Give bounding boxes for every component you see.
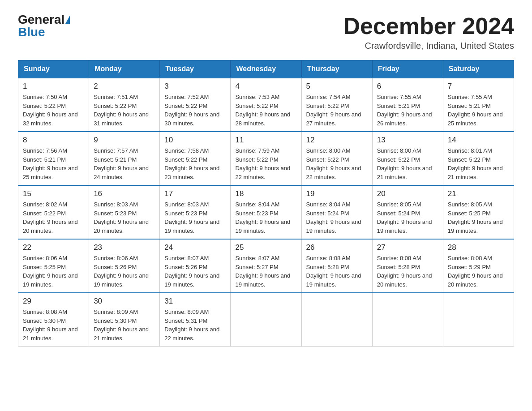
- day-number: 24: [164, 243, 226, 252]
- day-cell: [301, 293, 372, 347]
- day-number: 23: [94, 243, 155, 252]
- calendar-header: SundayMondayTuesdayWednesdayThursdayFrid…: [18, 60, 514, 78]
- day-info: Sunrise: 7:55 AM Sunset: 5:21 PM Dayligh…: [377, 93, 438, 128]
- day-info: Sunrise: 8:08 AM Sunset: 5:30 PM Dayligh…: [23, 308, 84, 342]
- day-cell: 24 Sunrise: 8:07 AM Sunset: 5:26 PM Dayl…: [160, 239, 231, 293]
- day-info: Sunrise: 8:08 AM Sunset: 5:28 PM Dayligh…: [377, 254, 438, 289]
- day-cell: 31 Sunrise: 8:09 AM Sunset: 5:31 PM Dayl…: [160, 293, 231, 347]
- day-number: 6: [377, 82, 438, 91]
- calendar-body: 1 Sunrise: 7:50 AM Sunset: 5:22 PM Dayli…: [18, 78, 514, 347]
- day-info: Sunrise: 7:55 AM Sunset: 5:21 PM Dayligh…: [448, 93, 509, 128]
- day-cell: 9 Sunrise: 7:57 AM Sunset: 5:21 PM Dayli…: [89, 132, 160, 185]
- logo-triangle-icon: [65, 16, 70, 24]
- header-cell-wednesday: Wednesday: [231, 60, 301, 78]
- day-cell: 7 Sunrise: 7:55 AM Sunset: 5:21 PM Dayli…: [443, 78, 514, 132]
- day-cell: 17 Sunrise: 8:03 AM Sunset: 5:23 PM Dayl…: [160, 185, 231, 239]
- day-cell: 29 Sunrise: 8:08 AM Sunset: 5:30 PM Dayl…: [18, 293, 89, 347]
- day-info: Sunrise: 8:06 AM Sunset: 5:26 PM Dayligh…: [94, 254, 155, 289]
- day-number: 22: [23, 243, 84, 252]
- day-number: 26: [306, 243, 368, 252]
- day-info: Sunrise: 8:08 AM Sunset: 5:28 PM Dayligh…: [306, 254, 368, 289]
- day-info: Sunrise: 8:02 AM Sunset: 5:22 PM Dayligh…: [23, 200, 84, 235]
- day-number: 15: [23, 189, 84, 198]
- week-row-3: 15 Sunrise: 8:02 AM Sunset: 5:22 PM Dayl…: [18, 185, 514, 239]
- day-cell: [231, 293, 301, 347]
- logo-general-text: General: [18, 13, 64, 26]
- header-cell-sunday: Sunday: [18, 60, 89, 78]
- day-cell: 14 Sunrise: 8:01 AM Sunset: 5:22 PM Dayl…: [443, 132, 514, 185]
- day-cell: 23 Sunrise: 8:06 AM Sunset: 5:26 PM Dayl…: [89, 239, 160, 293]
- day-info: Sunrise: 7:51 AM Sunset: 5:22 PM Dayligh…: [94, 93, 155, 128]
- day-number: 17: [164, 189, 226, 198]
- day-number: 5: [306, 82, 368, 91]
- day-number: 16: [94, 189, 155, 198]
- day-cell: 5 Sunrise: 7:54 AM Sunset: 5:22 PM Dayli…: [301, 78, 372, 132]
- day-number: 28: [448, 243, 509, 252]
- day-info: Sunrise: 8:07 AM Sunset: 5:26 PM Dayligh…: [164, 254, 226, 289]
- day-info: Sunrise: 7:57 AM Sunset: 5:21 PM Dayligh…: [94, 146, 155, 181]
- logo-blue-text: Blue: [18, 26, 45, 39]
- day-cell: 4 Sunrise: 7:53 AM Sunset: 5:22 PM Dayli…: [231, 78, 301, 132]
- day-number: 14: [448, 136, 509, 145]
- day-cell: 28 Sunrise: 8:08 AM Sunset: 5:29 PM Dayl…: [443, 239, 514, 293]
- day-cell: 20 Sunrise: 8:05 AM Sunset: 5:24 PM Dayl…: [372, 185, 443, 239]
- day-number: 30: [94, 297, 155, 306]
- day-number: 21: [448, 189, 509, 198]
- location-subtitle: Crawfordsville, Indiana, United States: [343, 41, 514, 51]
- day-info: Sunrise: 8:05 AM Sunset: 5:25 PM Dayligh…: [448, 200, 509, 235]
- day-info: Sunrise: 7:59 AM Sunset: 5:22 PM Dayligh…: [235, 146, 296, 181]
- day-info: Sunrise: 7:56 AM Sunset: 5:21 PM Dayligh…: [23, 146, 84, 181]
- day-info: Sunrise: 7:53 AM Sunset: 5:22 PM Dayligh…: [235, 93, 296, 128]
- week-row-1: 1 Sunrise: 7:50 AM Sunset: 5:22 PM Dayli…: [18, 78, 514, 132]
- day-info: Sunrise: 8:00 AM Sunset: 5:22 PM Dayligh…: [377, 146, 438, 181]
- day-cell: 6 Sunrise: 7:55 AM Sunset: 5:21 PM Dayli…: [372, 78, 443, 132]
- calendar-table: SundayMondayTuesdayWednesdayThursdayFrid…: [18, 60, 514, 347]
- day-info: Sunrise: 8:03 AM Sunset: 5:23 PM Dayligh…: [94, 200, 155, 235]
- week-row-5: 29 Sunrise: 8:08 AM Sunset: 5:30 PM Dayl…: [18, 293, 514, 347]
- day-info: Sunrise: 8:09 AM Sunset: 5:31 PM Dayligh…: [164, 308, 226, 342]
- day-number: 27: [377, 243, 438, 252]
- day-number: 9: [94, 136, 155, 145]
- header-cell-friday: Friday: [372, 60, 443, 78]
- day-info: Sunrise: 8:05 AM Sunset: 5:24 PM Dayligh…: [377, 200, 438, 235]
- day-number: 13: [377, 136, 438, 145]
- page-header: General Blue December 2024 Crawfordsvill…: [18, 13, 514, 51]
- header-cell-monday: Monday: [89, 60, 160, 78]
- day-cell: 19 Sunrise: 8:04 AM Sunset: 5:24 PM Dayl…: [301, 185, 372, 239]
- month-title: December 2024: [343, 13, 514, 39]
- day-number: 11: [235, 136, 296, 145]
- title-block: December 2024 Crawfordsville, Indiana, U…: [343, 13, 514, 51]
- day-number: 1: [23, 82, 84, 91]
- day-cell: 27 Sunrise: 8:08 AM Sunset: 5:28 PM Dayl…: [372, 239, 443, 293]
- day-cell: 1 Sunrise: 7:50 AM Sunset: 5:22 PM Dayli…: [18, 78, 89, 132]
- day-number: 20: [377, 189, 438, 198]
- day-number: 29: [23, 297, 84, 306]
- day-number: 8: [23, 136, 84, 145]
- day-cell: 8 Sunrise: 7:56 AM Sunset: 5:21 PM Dayli…: [18, 132, 89, 185]
- header-cell-saturday: Saturday: [443, 60, 514, 78]
- day-cell: [372, 293, 443, 347]
- day-number: 19: [306, 189, 368, 198]
- day-cell: 10 Sunrise: 7:58 AM Sunset: 5:22 PM Dayl…: [160, 132, 231, 185]
- day-cell: 25 Sunrise: 8:07 AM Sunset: 5:27 PM Dayl…: [231, 239, 301, 293]
- day-cell: 11 Sunrise: 7:59 AM Sunset: 5:22 PM Dayl…: [231, 132, 301, 185]
- day-number: 18: [235, 189, 296, 198]
- day-info: Sunrise: 8:07 AM Sunset: 5:27 PM Dayligh…: [235, 254, 296, 289]
- day-number: 2: [94, 82, 155, 91]
- day-cell: 21 Sunrise: 8:05 AM Sunset: 5:25 PM Dayl…: [443, 185, 514, 239]
- day-info: Sunrise: 8:09 AM Sunset: 5:30 PM Dayligh…: [94, 308, 155, 342]
- day-cell: 22 Sunrise: 8:06 AM Sunset: 5:25 PM Dayl…: [18, 239, 89, 293]
- day-info: Sunrise: 7:52 AM Sunset: 5:22 PM Dayligh…: [164, 93, 226, 128]
- day-number: 7: [448, 82, 509, 91]
- day-info: Sunrise: 8:06 AM Sunset: 5:25 PM Dayligh…: [23, 254, 84, 289]
- day-cell: 16 Sunrise: 8:03 AM Sunset: 5:23 PM Dayl…: [89, 185, 160, 239]
- day-number: 25: [235, 243, 296, 252]
- day-number: 4: [235, 82, 296, 91]
- day-cell: 13 Sunrise: 8:00 AM Sunset: 5:22 PM Dayl…: [372, 132, 443, 185]
- day-cell: 30 Sunrise: 8:09 AM Sunset: 5:30 PM Dayl…: [89, 293, 160, 347]
- day-cell: 3 Sunrise: 7:52 AM Sunset: 5:22 PM Dayli…: [160, 78, 231, 132]
- day-info: Sunrise: 7:58 AM Sunset: 5:22 PM Dayligh…: [164, 146, 226, 181]
- day-info: Sunrise: 8:03 AM Sunset: 5:23 PM Dayligh…: [164, 200, 226, 235]
- day-cell: 2 Sunrise: 7:51 AM Sunset: 5:22 PM Dayli…: [89, 78, 160, 132]
- day-number: 12: [306, 136, 368, 145]
